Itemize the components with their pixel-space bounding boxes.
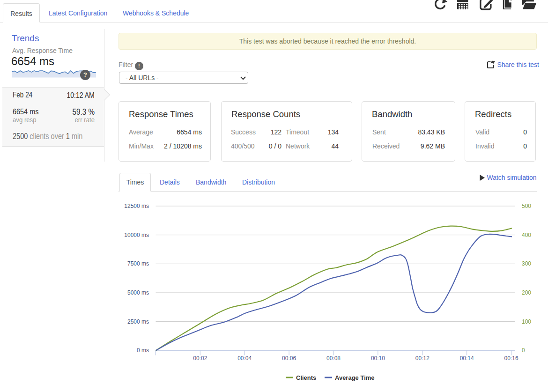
svg-text:00:02: 00:02 [193, 355, 207, 362]
svg-text:0 ms: 0 ms [137, 347, 149, 354]
svg-text:00:06: 00:06 [282, 355, 296, 362]
svg-text:300: 300 [522, 260, 531, 267]
svg-text:Clients: Clients [296, 374, 316, 381]
svg-text:5000 ms: 5000 ms [127, 289, 149, 296]
svg-text:2500 ms: 2500 ms [127, 318, 149, 325]
svg-text:00:16: 00:16 [504, 355, 518, 362]
svg-text:400: 400 [522, 232, 531, 238]
svg-text:00:14: 00:14 [460, 355, 474, 362]
svg-text:200: 200 [522, 289, 531, 296]
svg-text:00:12: 00:12 [415, 355, 430, 362]
svg-text:Average Time: Average Time [335, 374, 375, 381]
svg-text:00:10: 00:10 [371, 355, 385, 362]
svg-text:7500 ms: 7500 ms [127, 260, 149, 267]
svg-text:500: 500 [522, 203, 531, 209]
svg-text:0: 0 [522, 347, 525, 354]
svg-text:00:04: 00:04 [237, 355, 252, 362]
svg-text:100: 100 [522, 318, 531, 325]
svg-text:12500 ms: 12500 ms [124, 203, 149, 209]
svg-text:00:08: 00:08 [326, 355, 341, 362]
svg-text:10000 ms: 10000 ms [124, 232, 149, 238]
